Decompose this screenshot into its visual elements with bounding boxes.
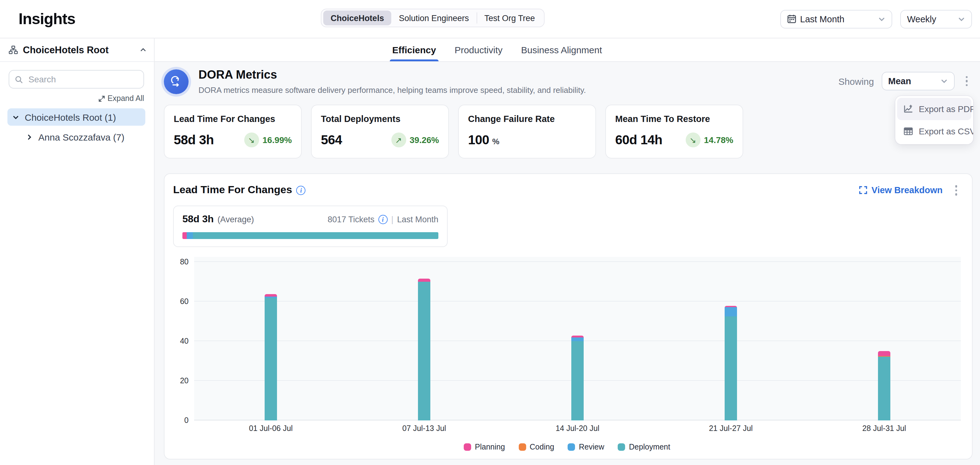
calendar-icon — [787, 14, 796, 24]
metric-title: Mean Time To Restore — [615, 114, 733, 124]
legend-item-review: Review — [568, 443, 605, 451]
bar-segment-deployment — [571, 341, 584, 420]
chevron-down-icon — [958, 15, 965, 22]
period-dropdown[interactable]: Last Month — [780, 10, 892, 28]
top-right-controls: Last Month Weekly — [780, 10, 972, 28]
x-tick-label: 07 Jul-13 Jul — [347, 424, 501, 433]
trend-badge: ↘ 16.99% — [244, 133, 292, 147]
view-breakdown-button[interactable]: View Breakdown — [859, 185, 943, 195]
gridline — [194, 300, 961, 301]
chevron-right-icon[interactable] — [26, 133, 33, 140]
x-axis-labels: 01 Jul-06 Jul07 Jul-13 Jul14 Jul-20 Jul2… — [194, 424, 961, 433]
chart-summary-card: 58d 3h (Average) 8017 Tickets i | Last M… — [173, 205, 448, 247]
export-menu: Export as PDF — [895, 96, 973, 144]
metric-title: Lead Time For Changes — [174, 114, 292, 124]
tab-efficiency[interactable]: Efficiency — [392, 38, 436, 61]
search-field — [9, 70, 144, 88]
stacked-bar-chart: 020406080 — [173, 257, 961, 420]
bar-segment-review — [571, 338, 584, 341]
y-axis-labels: 020406080 — [173, 257, 194, 420]
chevron-down-icon[interactable] — [13, 113, 19, 120]
tab-business-alignment[interactable]: Business Alignment — [521, 38, 602, 61]
summary-tickets: 8017 Tickets — [328, 214, 375, 224]
dora-header: DORA Metrics DORA metrics measure softwa… — [164, 68, 972, 95]
summary-qualifier: (Average) — [217, 214, 254, 224]
legend-item-deployment: Deployment — [618, 443, 670, 451]
bar-21-jul-27-jul — [725, 305, 737, 420]
org-tab-test-org-tree[interactable]: Test Org Tree — [477, 11, 542, 26]
org-tab-solution-engineers[interactable]: Solution Engineers — [391, 11, 476, 26]
x-tick-label: 28 Jul-31 Jul — [808, 424, 961, 433]
trend-badge: ↘ 14.78% — [686, 133, 733, 147]
bar-segment-planning — [878, 351, 890, 356]
metric-card-mean-time-to-restore: Mean Time To Restore 60d 14h ↘ 14.78% — [605, 105, 743, 158]
export-csv-icon — [903, 126, 913, 136]
y-tick-label: 80 — [180, 257, 189, 266]
aggregation-dropdown[interactable]: Mean — [881, 72, 955, 90]
phase-segment-review — [187, 232, 192, 239]
metric-value: 100 — [468, 133, 489, 147]
tree-item-label: ChoiceHotels Root (1) — [25, 112, 116, 122]
legend-item-coding: Coding — [519, 443, 554, 451]
trend-percent: 16.99% — [262, 135, 292, 145]
expand-all-button[interactable]: Expand All — [0, 94, 144, 103]
summary-separator: | — [391, 214, 393, 224]
bar-segment-deployment — [265, 298, 277, 420]
summary-value: 58d 3h — [182, 213, 214, 224]
search-input[interactable] — [27, 74, 138, 85]
summary-period: Last Month — [397, 214, 438, 224]
info-icon[interactable]: i — [296, 186, 306, 195]
bar-segment-planning — [571, 335, 584, 338]
info-icon[interactable]: i — [378, 214, 387, 224]
tab-productivity[interactable]: Productivity — [455, 38, 503, 61]
x-tick-label: 01 Jul-06 Jul — [194, 424, 347, 433]
chevron-down-icon — [940, 77, 948, 85]
dora-title: DORA Metrics — [199, 68, 586, 82]
bar-01-jul-06-jul — [265, 294, 277, 420]
granularity-value: Weekly — [907, 14, 936, 24]
tree-item-root[interactable]: ChoiceHotels Root (1) — [8, 109, 145, 126]
metric-title: Total Deployments — [321, 114, 439, 124]
bar-segment-deployment — [418, 281, 430, 420]
tree-item-label: Anna Scozzafava (7) — [38, 131, 124, 142]
legend-item-planning: Planning — [464, 443, 505, 451]
bar-28-jul-31-jul — [878, 351, 890, 420]
trend-badge: ↗ 39.26% — [391, 133, 439, 147]
expand-all-icon — [98, 95, 105, 102]
granularity-dropdown[interactable]: Weekly — [900, 10, 972, 28]
aggregation-value: Mean — [888, 76, 911, 86]
x-tick-label: 21 Jul-27 Jul — [654, 424, 808, 433]
sidebar-header[interactable]: ChoiceHotels Root — [0, 38, 154, 62]
showing-label: Showing — [838, 76, 874, 86]
export-pdf-icon — [903, 104, 913, 114]
dora-kebab-menu-icon[interactable] — [962, 74, 971, 89]
phase-distribution-bar — [182, 232, 438, 239]
export-pdf-label: Export as PDF — [919, 104, 973, 114]
org-tree: ChoiceHotels Root (1) Anna Scozzafava (7… — [0, 109, 154, 148]
main-tabs-bar: Efficiency Productivity Business Alignme… — [154, 38, 980, 62]
expand-corners-icon — [859, 186, 867, 195]
metric-cards-row: Lead Time For Changes 58d 3h ↘ 16.99% To… — [164, 105, 972, 158]
metric-card-total-deployments: Total Deployments 564 ↗ 39.26% — [311, 105, 449, 158]
dora-sprint-icon — [164, 69, 189, 94]
bar-segment-deployment — [725, 316, 737, 420]
metric-title: Change Failure Rate — [468, 114, 586, 124]
export-pdf-menu-item[interactable]: Export as PDF — [897, 98, 971, 120]
export-csv-label: Export as CSV — [919, 126, 973, 136]
period-value: Last Month — [800, 14, 845, 24]
metric-value: 564 — [321, 133, 342, 147]
main-area: Efficiency Productivity Business Alignme… — [154, 38, 980, 465]
chart-kebab-menu-icon[interactable] — [951, 183, 961, 198]
org-tab-choicehotels[interactable]: ChoiceHotels — [323, 11, 392, 26]
chart-plot-area — [194, 257, 961, 420]
tree-item-anna[interactable]: Anna Scozzafava (7) — [21, 128, 145, 145]
y-tick-label: 60 — [180, 297, 189, 305]
org-tree-sidebar: ChoiceHotels Root — [0, 38, 154, 465]
chevron-up-icon[interactable] — [140, 46, 146, 53]
export-csv-menu-item[interactable]: Export as CSV — [897, 120, 971, 142]
page-title: Insights — [19, 10, 75, 28]
org-segmented-control: ChoiceHotels Solution Engineers Test Org… — [321, 9, 545, 27]
dora-description: DORA metrics measure software delivery p… — [199, 85, 586, 95]
gridline — [194, 261, 961, 262]
lead-time-chart-card: Lead Time For Changes i — [164, 173, 972, 459]
